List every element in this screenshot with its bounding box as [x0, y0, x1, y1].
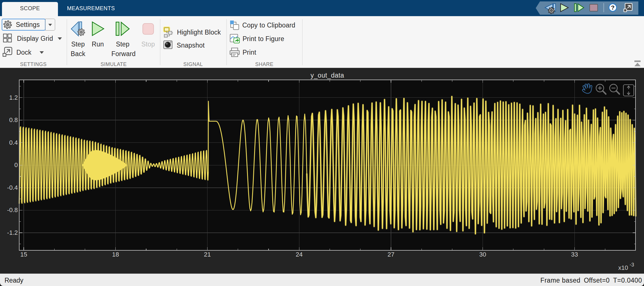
svg-text:1.2: 1.2: [9, 94, 18, 101]
svg-text:18: 18: [112, 251, 119, 258]
svg-text:-3: -3: [630, 262, 634, 268]
svg-text:24: 24: [296, 251, 302, 258]
svg-text:21: 21: [204, 251, 211, 258]
svg-text:?: ?: [611, 4, 615, 11]
svg-text:30: 30: [479, 251, 486, 258]
svg-text:0.4: 0.4: [9, 139, 18, 146]
svg-text:33: 33: [571, 251, 578, 258]
svg-text:-0.8: -0.8: [7, 206, 18, 214]
svg-text:x10: x10: [618, 264, 628, 271]
svg-text:0.8: 0.8: [9, 116, 18, 123]
svg-text:15: 15: [20, 251, 27, 258]
svg-text:-1.2: -1.2: [7, 229, 18, 236]
svg-text:27: 27: [388, 251, 394, 258]
svg-text:-0.4: -0.4: [7, 184, 18, 191]
svg-text:0: 0: [14, 161, 18, 168]
svg-text:y_out_data: y_out_data: [311, 72, 344, 79]
